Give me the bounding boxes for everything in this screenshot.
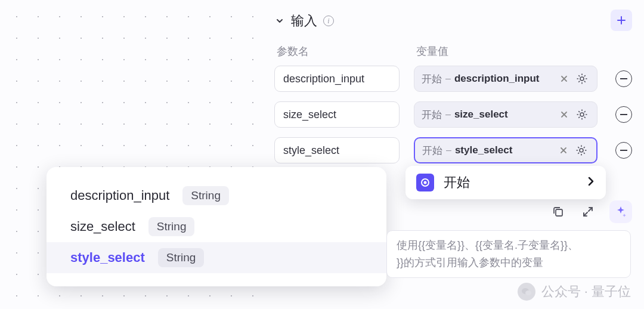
node-source-menu[interactable]: 开始 — [405, 166, 606, 199]
svg-point-1 — [580, 113, 584, 116]
info-icon[interactable]: i — [323, 16, 334, 26]
param-row: style_select 开始 – style_select — [274, 137, 632, 163]
utility-bar — [550, 200, 632, 223]
clear-icon[interactable] — [558, 108, 571, 121]
ac-item-type: String — [182, 186, 229, 205]
section-header: 输入 i — [274, 12, 632, 30]
autocomplete-item[interactable]: description_input String — [47, 180, 386, 211]
autocomplete-item[interactable]: style_select String — [47, 242, 386, 273]
param-name-input[interactable]: size_select — [274, 101, 400, 128]
variable-autocomplete: description_input String size_select Str… — [47, 167, 386, 286]
value-prefix: 开始 — [422, 72, 442, 86]
value-variable: description_input — [454, 73, 540, 85]
param-value-picker[interactable]: 开始 – style_select — [414, 137, 597, 163]
clear-icon[interactable] — [557, 144, 570, 157]
svg-point-4 — [424, 181, 427, 184]
svg-point-2 — [580, 149, 583, 152]
template-hint: 使用{{变量名}}、{{变量名.子变量名}}、 }}的方式引用输入参数中的变量 — [386, 230, 631, 278]
param-value-picker[interactable]: 开始 – size_select — [414, 101, 597, 128]
chevron-right-icon — [587, 175, 595, 190]
gear-icon[interactable] — [574, 107, 590, 122]
watermark: 公众号 · 量子位 — [518, 283, 631, 301]
remove-param-button[interactable] — [615, 70, 632, 87]
section-title: 输入 — [291, 12, 317, 30]
wechat-icon — [518, 283, 535, 301]
param-rows: description_input 开始 – description_input… — [274, 66, 632, 163]
gear-icon[interactable] — [574, 71, 590, 86]
svg-point-7 — [525, 291, 531, 295]
watermark-text: 公众号 · 量子位 — [541, 283, 631, 301]
param-row: description_input 开始 – description_input — [274, 66, 632, 92]
param-value-picker[interactable]: 开始 – description_input — [414, 66, 597, 92]
value-prefix: 开始 — [422, 144, 442, 157]
value-variable: size_select — [454, 109, 508, 120]
ai-sparkle-button[interactable] — [609, 200, 632, 223]
param-row: size_select 开始 – size_select — [274, 101, 632, 128]
param-name-input[interactable]: description_input — [274, 66, 400, 92]
autocomplete-item[interactable]: size_select String — [47, 211, 386, 242]
value-prefix: 开始 — [422, 108, 442, 122]
svg-rect-5 — [556, 209, 562, 216]
ac-item-type: String — [158, 248, 205, 267]
copy-icon[interactable] — [550, 203, 566, 220]
ac-item-name: size_select — [70, 219, 135, 234]
remove-param-button[interactable] — [615, 142, 632, 159]
ac-item-name: description_input — [70, 188, 169, 203]
remove-param-button[interactable] — [615, 106, 632, 123]
start-node-icon — [416, 174, 434, 191]
ac-item-type: String — [148, 217, 195, 236]
node-source-label: 开始 — [444, 174, 470, 191]
ac-item-name: style_select — [70, 250, 145, 265]
value-variable: style_select — [455, 144, 512, 156]
gear-icon[interactable] — [574, 143, 589, 158]
expand-icon[interactable] — [580, 203, 596, 220]
add-param-button[interactable] — [611, 10, 632, 31]
clear-icon[interactable] — [558, 72, 571, 85]
col-header-value: 变量值 — [416, 44, 448, 58]
param-name-input[interactable]: style_select — [274, 137, 400, 163]
column-headers: 参数名 变量值 — [274, 44, 632, 58]
collapse-toggle[interactable] — [274, 16, 285, 26]
svg-point-0 — [580, 77, 584, 81]
col-header-param: 参数名 — [277, 44, 402, 58]
